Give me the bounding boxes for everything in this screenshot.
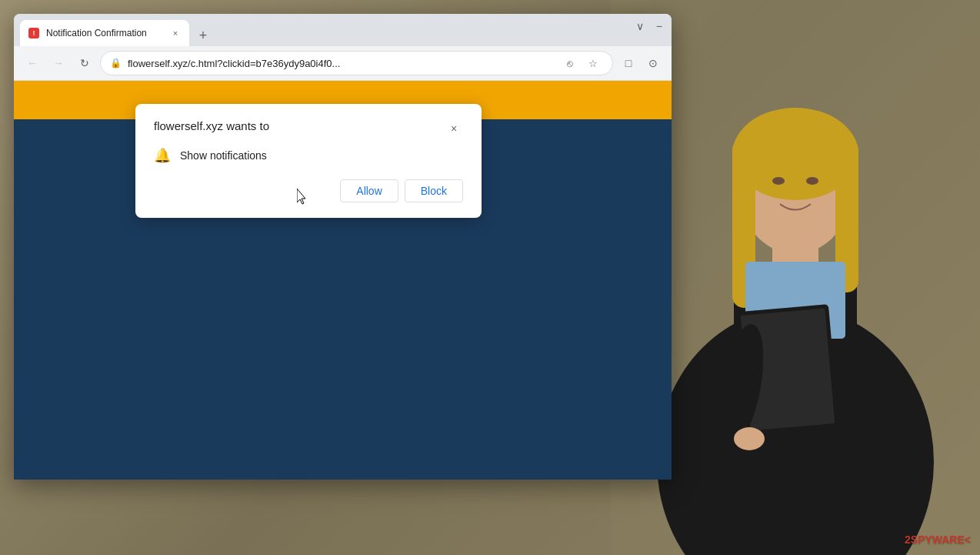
minimize-button[interactable]: − <box>656 20 662 32</box>
address-bar[interactable]: 🔒 flowerself.xyz/c.html?clickid=b7e36ydy… <box>100 51 613 75</box>
block-button[interactable]: Block <box>405 179 463 202</box>
tab-close-button[interactable]: × <box>169 27 182 39</box>
profile-button[interactable]: ⊙ <box>642 52 664 74</box>
popup-permission: 🔔 Show notifications <box>154 147 463 164</box>
allow-button[interactable]: Allow <box>340 179 398 202</box>
popup-header: flowerself.xyz wants to × <box>154 119 463 138</box>
notification-popup: flowerself.xyz wants to × 🔔 Show notific… <box>135 104 482 218</box>
svg-point-9 <box>806 177 818 185</box>
page-content: flowerself.xyz wants to × 🔔 Show notific… <box>14 81 672 480</box>
watermark: 2SPYWARE< <box>905 533 971 546</box>
svg-point-14 <box>734 427 765 450</box>
lock-icon: 🔒 <box>110 58 122 69</box>
window-controls: ∨ − <box>636 20 662 32</box>
forward-button[interactable]: → <box>48 52 69 74</box>
popup-actions: Allow Block <box>154 179 463 202</box>
tab-favicon: ! <box>28 27 40 39</box>
reload-button[interactable]: ↻ <box>74 52 95 74</box>
bookmark-button[interactable]: ☆ <box>583 53 603 73</box>
tab-bar: ! Notification Confirmation × + ∨ − <box>14 14 672 46</box>
new-tab-button[interactable]: + <box>192 25 214 46</box>
popup-close-button[interactable]: × <box>445 119 463 138</box>
browser-toolbar: ← → ↻ 🔒 flowerself.xyz/c.html?clickid=b7… <box>14 46 672 81</box>
svg-point-8 <box>772 177 785 185</box>
toolbar-right: □ ⊙ <box>618 52 664 74</box>
popup-title: flowerself.xyz wants to <box>154 119 269 132</box>
address-actions: ⎋ ☆ <box>560 53 603 73</box>
tab-title: Notification Confirmation <box>46 28 163 38</box>
maximize-button[interactable]: ∨ <box>636 20 644 32</box>
back-button[interactable]: ← <box>22 52 43 74</box>
favicon-icon: ! <box>28 28 39 38</box>
permission-text: Show notifications <box>180 149 267 162</box>
url-text: flowerself.xyz/c.html?clickid=b7e36ydy9a… <box>128 58 554 69</box>
share-button[interactable]: ⎋ <box>560 53 580 73</box>
active-tab[interactable]: ! Notification Confirmation × <box>20 20 189 46</box>
browser-window: ! Notification Confirmation × + ∨ − ← → … <box>14 14 672 480</box>
bell-icon: 🔔 <box>154 147 171 164</box>
extensions-button[interactable]: □ <box>618 52 639 74</box>
